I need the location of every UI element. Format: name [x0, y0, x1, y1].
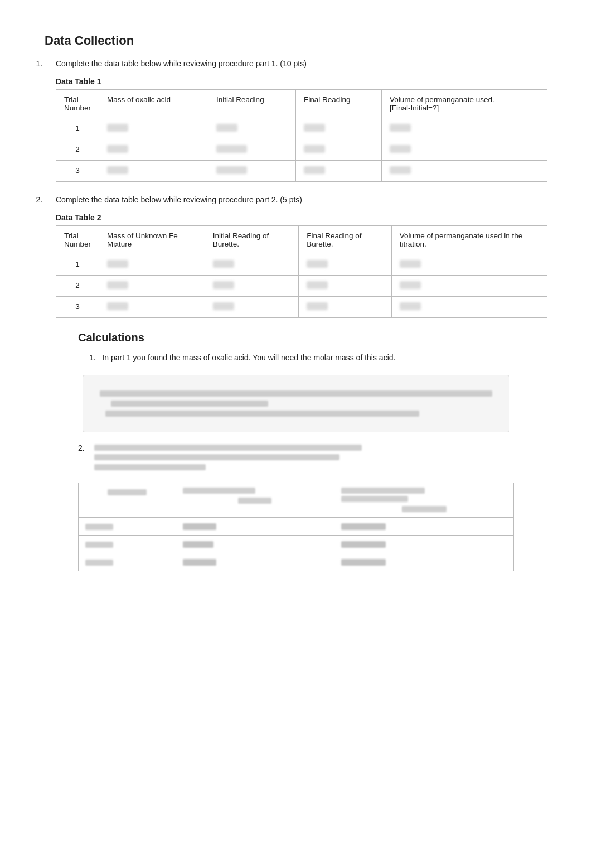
volume-3	[382, 161, 547, 182]
table2-label: Data Table 2	[56, 213, 547, 222]
final-reading-3	[296, 161, 382, 182]
trial-num: 1	[56, 118, 99, 139]
volume-1	[382, 118, 547, 139]
table2-header-mass: Mass of Unknown Fe Mixture	[99, 226, 205, 254]
table1-header-volume: Volume of permanganate used.[Final-Initi…	[382, 90, 547, 118]
vol-titration-1	[391, 254, 547, 276]
table2-header-final: Final Reading of Burette.	[299, 226, 392, 254]
table1-header-mass: Mass of oxalic acid	[99, 90, 208, 118]
mass-oxalic-3	[99, 161, 208, 182]
trial-num: 2	[56, 139, 99, 161]
sub-moles-perm-1	[176, 517, 334, 535]
mass-fe-3	[99, 297, 205, 318]
table-row	[79, 517, 514, 535]
sub-moles-oxalic-3	[334, 553, 514, 571]
vol-titration-2	[391, 276, 547, 297]
volume-2	[382, 139, 547, 161]
mass-oxalic-2	[99, 139, 208, 161]
sub-table-header-moles-perm	[176, 483, 334, 517]
final-reading-1	[296, 118, 382, 139]
calc-sub-table	[78, 483, 514, 571]
sub-moles-oxalic-1	[334, 517, 514, 535]
sub-table-header-moles-oxalic	[334, 483, 514, 517]
calc-title: Calculations	[45, 331, 547, 344]
final-burette-2	[299, 276, 392, 297]
sub-moles-perm-3	[176, 553, 334, 571]
table1-header-final: Final Reading	[296, 90, 382, 118]
table1-label: Data Table 1	[56, 77, 547, 86]
table1-header-trial: Trial Number	[56, 90, 99, 118]
table-row: 1	[56, 254, 547, 276]
initial-burette-1	[205, 254, 298, 276]
mass-fe-2	[99, 276, 205, 297]
trial-num: 1	[56, 254, 99, 276]
sub-table-header-trial	[79, 483, 176, 517]
calc-q2-area: 2.	[78, 443, 514, 471]
vol-titration-3	[391, 297, 547, 318]
sub-trial-1	[79, 517, 176, 535]
table-row	[79, 535, 514, 553]
sub-moles-perm-2	[176, 535, 334, 553]
initial-reading-3	[208, 161, 296, 182]
table2-header-volume: Volume of permanganate used in the titra…	[391, 226, 547, 254]
sub-trial-2	[79, 535, 176, 553]
data-table-1: Trial Number Mass of oxalic acid Initial…	[56, 89, 547, 182]
calc-question-1: In part 1 you found the mass of oxalic a…	[102, 353, 395, 362]
data-table-2: Trial Number Mass of Unknown Fe Mixture …	[56, 225, 547, 318]
initial-burette-2	[205, 276, 298, 297]
calc-q1-number: 1.	[89, 353, 100, 362]
mass-fe-1	[99, 254, 205, 276]
final-burette-3	[299, 297, 392, 318]
sub-moles-oxalic-2	[334, 535, 514, 553]
final-reading-2	[296, 139, 382, 161]
table2-header-trial: Trial Number	[56, 226, 99, 254]
trial-num: 3	[56, 161, 99, 182]
trial-num: 3	[56, 297, 99, 318]
initial-reading-1	[208, 118, 296, 139]
table-row: 2	[56, 139, 547, 161]
page-title: Data Collection	[45, 33, 547, 48]
calculations-section: Calculations 1. In part 1 you found the …	[45, 331, 547, 571]
final-burette-1	[299, 254, 392, 276]
mass-oxalic-1	[99, 118, 208, 139]
question-1: Complete the data table below while revi…	[56, 59, 547, 68]
table-row: 1	[56, 118, 547, 139]
initial-burette-3	[205, 297, 298, 318]
table-row: 3	[56, 161, 547, 182]
table-row	[79, 553, 514, 571]
calc-subtable-wrapper	[78, 483, 514, 571]
question-2: Complete the data table below while revi…	[56, 195, 547, 204]
calc-q2-number: 2.	[78, 443, 89, 452]
table-row: 2	[56, 276, 547, 297]
trial-num: 2	[56, 276, 99, 297]
calc-formula-area	[83, 375, 510, 432]
table1-header-initial: Initial Reading	[208, 90, 296, 118]
table2-header-initial: Initial Reading of Burette.	[205, 226, 298, 254]
sub-trial-3	[79, 553, 176, 571]
initial-reading-2	[208, 139, 296, 161]
table-row: 3	[56, 297, 547, 318]
